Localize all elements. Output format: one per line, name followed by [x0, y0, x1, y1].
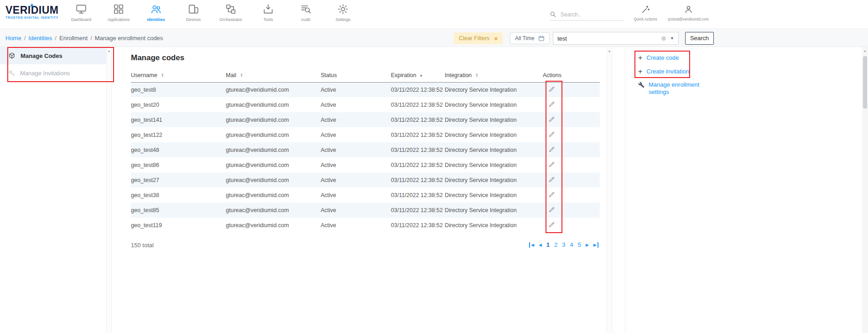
filter-search-input[interactable] — [557, 35, 661, 42]
edit-pencil-icon[interactable] — [549, 206, 555, 213]
edit-pencil-icon[interactable] — [549, 116, 555, 122]
scroll-up-icon[interactable]: ▲ — [862, 47, 868, 52]
pagination-prev-icon[interactable]: ◀ — [539, 242, 542, 248]
edit-pencil-icon[interactable] — [549, 131, 555, 137]
page-scrollbar[interactable]: ▲ — [862, 47, 868, 333]
applications-icon — [113, 3, 125, 15]
cell-status: Active — [321, 142, 391, 157]
nav-item-identities[interactable]: Identities — [137, 3, 175, 22]
breadcrumb-item: Enrollment — [59, 35, 88, 42]
pagination: ◀ ◀ 12345 ▶ ▶ — [529, 241, 598, 248]
page-number[interactable]: 4 — [570, 241, 573, 248]
global-search-input[interactable] — [561, 11, 618, 18]
pagination-first-icon[interactable]: ◀ — [529, 242, 534, 248]
scroll-up-icon[interactable]: ▲ — [107, 47, 111, 52]
sidebar-item-manage-invitations[interactable]: Manage Invitations — [0, 64, 106, 82]
cell-status: Active — [321, 112, 391, 127]
column-header-actions: Actions — [543, 68, 600, 82]
manage-enrollment-settings-link[interactable]: Manage enrollment settings — [638, 81, 707, 96]
audit-icon — [300, 3, 312, 15]
clear-filters-button[interactable]: Clear Filters × — [454, 32, 503, 44]
breadcrumb-item[interactable]: Identities — [28, 35, 52, 42]
cell-integration: Directory Service Integration — [445, 187, 543, 203]
scrollbar-thumb[interactable] — [863, 56, 867, 109]
nav-item-devices[interactable]: Devices — [175, 3, 212, 22]
veridium-admin-screen: VERIDIUM TRUSTED DIGITAL IDENTITY Dashbo… — [0, 0, 868, 333]
sidebar-scrollbar[interactable]: ▲ — [106, 47, 112, 333]
nav-label: Settings — [336, 17, 351, 22]
edit-pencil-icon[interactable] — [549, 86, 555, 92]
edit-pencil-icon[interactable] — [549, 221, 555, 228]
clear-input-icon[interactable]: ⊗ — [661, 35, 666, 42]
page-number[interactable]: 3 — [562, 241, 565, 248]
quick-actions-button[interactable]: Quick Actions — [631, 5, 660, 21]
cell-actions — [543, 172, 600, 187]
column-header-status[interactable]: Status — [321, 68, 391, 82]
create-code-button[interactable]: + Create code — [638, 54, 679, 61]
nav-item-orchestrator[interactable]: Orchestrator — [212, 3, 249, 22]
edit-pencil-icon[interactable] — [549, 101, 555, 107]
create-invitation-button[interactable]: + Create invitation — [638, 68, 689, 75]
scroll-up-icon[interactable]: ▲ — [607, 47, 612, 52]
cell-mail: gtureac@veridiumid.com — [226, 187, 321, 203]
breadcrumb-separator: / — [24, 35, 26, 42]
cell-actions — [543, 82, 600, 97]
dashboard-icon — [75, 3, 87, 15]
cell-mail: gtureac@veridiumid.com — [226, 97, 321, 112]
page-number[interactable]: 2 — [554, 241, 557, 248]
nav-label: Identities — [147, 17, 165, 22]
total-count: 150 total — [131, 242, 154, 249]
sort-icon: ▲▼ — [161, 73, 164, 78]
table-row: geo_test119gtureac@veridiumid.comActive0… — [131, 218, 600, 233]
sidebar-item-manage-codes[interactable]: Manage Codes — [0, 47, 106, 64]
nav-label: Devices — [186, 17, 201, 22]
cell-actions — [543, 218, 600, 233]
nav-item-dashboard[interactable]: Dashboard — [62, 3, 100, 22]
nav-item-tools[interactable]: Tools — [249, 3, 287, 22]
column-header-expiration[interactable]: Expiration ▾ — [391, 68, 445, 82]
column-header-integration[interactable]: Integration ▲▼ — [445, 68, 543, 82]
cell-expiration: 03/11/2022 12:38:52 — [391, 127, 445, 142]
table-row: geo_test8gtureac@veridiumid.comActive03/… — [131, 82, 600, 97]
codes-table: Username ▲▼ Mail ▲▼ Status Expiration ▾ — [131, 68, 600, 233]
cell-integration: Directory Service Integration — [445, 127, 543, 142]
breadcrumb-separator: / — [55, 35, 57, 42]
time-filter-button[interactable]: All Time — [510, 32, 550, 44]
pagination-last-icon[interactable]: ▶ — [593, 242, 598, 248]
content-scrollbar[interactable]: ▲ — [607, 47, 612, 333]
quick-actions-label: Quick Actions — [634, 17, 657, 21]
user-menu[interactable]: q'ctest@veridiumid.com — [663, 5, 714, 21]
pagination-next-icon[interactable]: ▶ — [586, 242, 589, 248]
column-header-username[interactable]: Username ▲▼ — [131, 68, 226, 82]
table-row: geo_test86gtureac@veridiumid.comActive03… — [131, 157, 600, 172]
cell-mail: gtureac@veridiumid.com — [226, 203, 321, 218]
edit-pencil-icon[interactable] — [549, 161, 555, 167]
page-number[interactable]: 1 — [546, 241, 550, 248]
page-title: Manage codes — [131, 53, 184, 62]
nav-item-audit[interactable]: Audit — [287, 3, 324, 22]
cell-expiration: 03/11/2022 12:38:52 — [391, 203, 445, 218]
nav-item-settings[interactable]: Settings — [324, 3, 362, 22]
close-icon[interactable]: × — [494, 35, 498, 42]
nav-item-applications[interactable]: Applications — [100, 3, 137, 22]
sort-icon: ▲▼ — [240, 73, 243, 78]
column-header-mail[interactable]: Mail ▲▼ — [226, 68, 321, 82]
sidebar-item-label: Manage Invitations — [20, 70, 70, 77]
cell-expiration: 03/11/2022 12:38:52 — [391, 157, 445, 172]
edit-pencil-icon[interactable] — [549, 191, 555, 198]
page-number[interactable]: 5 — [578, 241, 581, 248]
edit-pencil-icon[interactable] — [549, 176, 555, 182]
right-action-panel: + Create code + Create invitation Manage… — [625, 47, 862, 333]
cell-integration: Directory Service Integration — [445, 142, 543, 157]
edit-pencil-icon[interactable] — [549, 146, 555, 152]
sidebar-item-label: Manage Codes — [21, 52, 62, 59]
devices-icon — [187, 3, 199, 15]
veridium-logo[interactable]: VERIDIUM TRUSTED DIGITAL IDENTITY — [5, 5, 58, 19]
chevron-down-icon[interactable]: ▼ — [670, 36, 674, 41]
user-avatar-icon — [684, 5, 693, 14]
breadcrumb-item[interactable]: Home — [5, 35, 21, 42]
table-row: geo_test38gtureac@veridiumid.comActive03… — [131, 187, 600, 203]
table-row: geo_test20gtureac@veridiumid.comActive03… — [131, 97, 600, 112]
settings-gear-icon — [337, 3, 349, 15]
search-button[interactable]: Search — [685, 32, 714, 45]
